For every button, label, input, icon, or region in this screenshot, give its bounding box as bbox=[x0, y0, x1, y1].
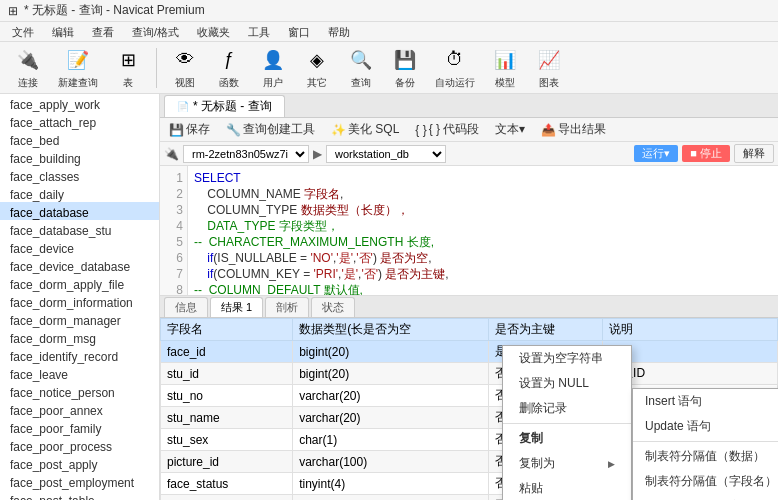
sidebar-item-face_notice_person[interactable]: face_notice_person bbox=[0, 382, 159, 400]
text-mode-button[interactable]: 文本▾ bbox=[490, 119, 530, 140]
sidebar-item-face_bed[interactable]: face_bed bbox=[0, 130, 159, 148]
query-tab[interactable]: 📄 * 无标题 - 查询 bbox=[164, 95, 285, 117]
save-button[interactable]: 💾 保存 bbox=[164, 119, 215, 140]
toolbar-label-backup: 备份 bbox=[395, 76, 415, 90]
code-line-2: COLUMN_NAME 字段名, bbox=[194, 186, 772, 202]
toolbar-other[interactable]: ◈ 其它 bbox=[297, 42, 337, 94]
sub-update[interactable]: Update 语句 bbox=[633, 414, 778, 439]
ctx-set-empty[interactable]: 设置为空字符串 bbox=[503, 346, 631, 371]
sidebar-item-face_post_apply[interactable]: face_post_apply bbox=[0, 454, 159, 472]
col-header-field[interactable]: 字段名 bbox=[161, 319, 293, 341]
menu-item-工具[interactable]: 工具 bbox=[240, 23, 278, 41]
sub-tab-both[interactable]: 制表符分隔值（字段名和数据） bbox=[633, 494, 778, 500]
toolbar-icon-chart: 📈 bbox=[535, 46, 563, 74]
toolbar-icon-autorun: ⏱ bbox=[441, 46, 469, 74]
toolbar-icon-query: 🔍 bbox=[347, 46, 375, 74]
table-row-0[interactable]: face_id bigint(20) 是 ID bbox=[161, 341, 778, 363]
sidebar-item-face_daily[interactable]: face_daily bbox=[0, 184, 159, 202]
menu-item-查看[interactable]: 查看 bbox=[84, 23, 122, 41]
toolbar-function[interactable]: ƒ 函数 bbox=[209, 42, 249, 94]
sidebar-item-face_post_employment[interactable]: face_post_employment bbox=[0, 472, 159, 490]
cell-field: audit_opinion bbox=[161, 495, 293, 501]
line-numbers: 1 2 3 4 5 6 7 8 9 bbox=[160, 166, 188, 295]
query-toolbar: 💾 保存 🔧 查询创建工具 ✨ 美化 SQL { } { } 代码段 文本▾ 📤… bbox=[160, 118, 778, 142]
sidebar-item-face_building[interactable]: face_building bbox=[0, 148, 159, 166]
table-row-1[interactable]: stu_id bigint(20) 否 学生ID bbox=[161, 363, 778, 385]
submenu: Insert 语句 Update 语句 制表符分隔值（数据） 制表符分隔值（字段… bbox=[632, 388, 778, 500]
sub-tab-field[interactable]: 制表符分隔值（字段名） bbox=[633, 469, 778, 494]
ctx-delete-record[interactable]: 删除记录 bbox=[503, 396, 631, 421]
title-bar: ⊞ * 无标题 - 查询 - Navicat Premium bbox=[0, 0, 778, 22]
cell-type: bigint(20) bbox=[293, 341, 489, 363]
menu-item-查询/格式[interactable]: 查询/格式 bbox=[124, 23, 187, 41]
code-line-7: if(COLUMN_KEY = 'PRI','是','否') 是否为主键, bbox=[194, 266, 772, 282]
result-tab-status[interactable]: 状态 bbox=[311, 297, 355, 317]
explain-button[interactable]: 解释 bbox=[734, 144, 774, 163]
toolbar-table[interactable]: ⊞ 表 bbox=[108, 42, 148, 94]
sub-insert[interactable]: Insert 语句 bbox=[633, 389, 778, 414]
result-tab-profile[interactable]: 剖析 bbox=[265, 297, 309, 317]
sidebar-item-face_dorm_apply_file[interactable]: face_dorm_apply_file bbox=[0, 274, 159, 292]
sidebar-item-face_apply_work[interactable]: face_apply_work bbox=[0, 94, 159, 112]
sidebar-item-face_database_stu[interactable]: face_database_stu bbox=[0, 220, 159, 238]
connection-select[interactable]: rm-2zetn83n05wz7i bbox=[183, 145, 309, 163]
run-button[interactable]: 运行▾ bbox=[634, 145, 678, 162]
toolbar-chart[interactable]: 📈 图表 bbox=[529, 42, 569, 94]
toolbar-label-other: 其它 bbox=[307, 76, 327, 90]
menu-item-帮助[interactable]: 帮助 bbox=[320, 23, 358, 41]
menu-item-收藏夹[interactable]: 收藏夹 bbox=[189, 23, 238, 41]
ctx-copy[interactable]: 复制 bbox=[503, 426, 631, 451]
toolbar-connect[interactable]: 🔌 连接 bbox=[8, 42, 48, 94]
col-header-comment[interactable]: 说明 bbox=[603, 319, 778, 341]
result-tab-info[interactable]: 信息 bbox=[164, 297, 208, 317]
ctx-copy-as[interactable]: 复制为 bbox=[503, 451, 631, 476]
menu-item-编辑[interactable]: 编辑 bbox=[44, 23, 82, 41]
menu-item-窗口[interactable]: 窗口 bbox=[280, 23, 318, 41]
database-select[interactable]: workstation_db bbox=[326, 145, 446, 163]
tab-label: * 无标题 - 查询 bbox=[193, 98, 272, 115]
builder-icon: 🔧 bbox=[226, 123, 241, 137]
query-builder-button[interactable]: 🔧 查询创建工具 bbox=[221, 119, 320, 140]
result-tab-result1[interactable]: 结果 1 bbox=[210, 297, 263, 317]
sidebar-item-face_device_database[interactable]: face_device_database bbox=[0, 256, 159, 274]
sub-tab-data[interactable]: 制表符分隔值（数据） bbox=[633, 444, 778, 469]
menu-item-文件[interactable]: 文件 bbox=[4, 23, 42, 41]
cell-field: face_id bbox=[161, 341, 293, 363]
toolbar-view[interactable]: 👁 视图 bbox=[165, 42, 205, 94]
cell-type: char(1) bbox=[293, 429, 489, 451]
col-header-primary[interactable]: 是否为主键 bbox=[488, 319, 602, 341]
sidebar-item-face_poor_process[interactable]: face_poor_process bbox=[0, 436, 159, 454]
toolbar-user[interactable]: 👤 用户 bbox=[253, 42, 293, 94]
sidebar-item-face_post_table[interactable]: face_post_table bbox=[0, 490, 159, 500]
toolbar-label-chart: 图表 bbox=[539, 76, 559, 90]
ctx-paste[interactable]: 粘贴 bbox=[503, 476, 631, 500]
toolbar-model[interactable]: 📊 模型 bbox=[485, 42, 525, 94]
toolbar-backup[interactable]: 💾 备份 bbox=[385, 42, 425, 94]
toolbar-new-query[interactable]: 📝 新建查询 bbox=[52, 42, 104, 94]
export-result-button[interactable]: 📤 导出结果 bbox=[536, 119, 611, 140]
sidebar-item-face_dorm_manager[interactable]: face_dorm_manager bbox=[0, 310, 159, 328]
query-editor[interactable]: 1 2 3 4 5 6 7 8 9 SELECT COLUMN_NAME 字段名… bbox=[160, 166, 778, 296]
code-line-6: if(IS_NULLABLE = 'NO','是','否') 是否为空, bbox=[194, 250, 772, 266]
beautify-sql-button[interactable]: ✨ 美化 SQL bbox=[326, 119, 404, 140]
sidebar-item-face_dorm_information[interactable]: face_dorm_information bbox=[0, 292, 159, 310]
ctx-set-null[interactable]: 设置为 NULL bbox=[503, 371, 631, 396]
ctx-sep-1 bbox=[503, 423, 631, 424]
sidebar-item-face_leave[interactable]: face_leave bbox=[0, 364, 159, 382]
cell-type: varchar(255) bbox=[293, 495, 489, 501]
sidebar-item-face_database[interactable]: face_database bbox=[0, 202, 159, 220]
sidebar-item-face_attach_rep[interactable]: face_attach_rep bbox=[0, 112, 159, 130]
toolbar-autorun[interactable]: ⏱ 自动运行 bbox=[429, 42, 481, 94]
sidebar-item-face_poor_family[interactable]: face_poor_family bbox=[0, 418, 159, 436]
sidebar-item-face_device[interactable]: face_device bbox=[0, 238, 159, 256]
stop-button[interactable]: ■ 停止 bbox=[682, 145, 730, 162]
code-segment-button[interactable]: { } { } 代码段 bbox=[410, 119, 484, 140]
sidebar-item-face_classes[interactable]: face_classes bbox=[0, 166, 159, 184]
sidebar-item-face_dorm_msg[interactable]: face_dorm_msg bbox=[0, 328, 159, 346]
sidebar-item-face_identify_record[interactable]: face_identify_record bbox=[0, 346, 159, 364]
sidebar-item-face_poor_annex[interactable]: face_poor_annex bbox=[0, 400, 159, 418]
cell-field: face_status bbox=[161, 473, 293, 495]
code-content[interactable]: SELECT COLUMN_NAME 字段名, COLUMN_TYPE 数据类型… bbox=[188, 166, 778, 295]
toolbar-query[interactable]: 🔍 查询 bbox=[341, 42, 381, 94]
col-header-type[interactable]: 数据类型(长是否为空 bbox=[293, 319, 489, 341]
